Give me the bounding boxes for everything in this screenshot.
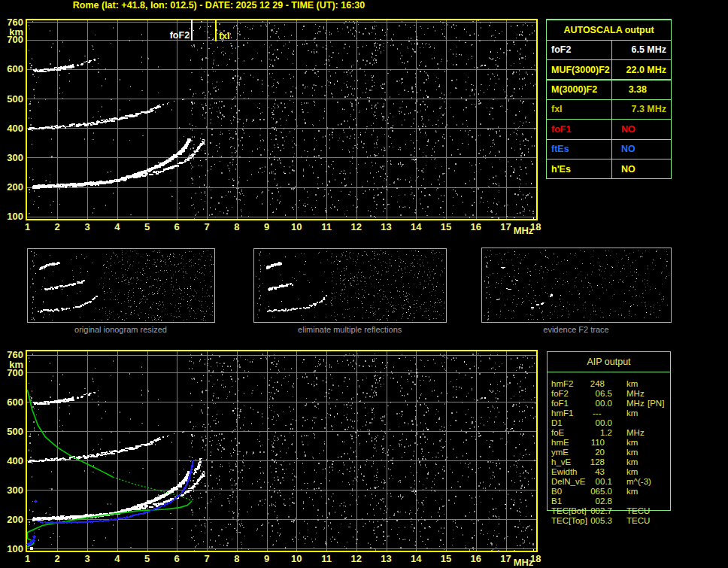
svg-text:km: km	[626, 467, 638, 476]
svg-text:1: 1	[25, 553, 30, 564]
svg-text:100: 100	[7, 211, 23, 222]
svg-text:11: 11	[321, 553, 332, 564]
svg-text:m^(-3): m^(-3)	[626, 477, 651, 486]
svg-text:3.38: 3.38	[629, 84, 647, 95]
svg-text:M(3000)F2: M(3000)F2	[551, 84, 597, 95]
svg-text:8: 8	[234, 221, 239, 232]
svg-text:NO: NO	[621, 124, 635, 135]
svg-text:DelN_vE: DelN_vE	[551, 477, 586, 486]
svg-text:4: 4	[114, 553, 120, 564]
svg-text:12: 12	[351, 553, 362, 564]
svg-text:Ewidth: Ewidth	[551, 467, 578, 476]
svg-text:300: 300	[7, 152, 23, 163]
svg-text:Rome (lat: +41.8, lon: 012.5): Rome (lat: +41.8, lon: 012.5) - DATE: 20…	[73, 0, 365, 11]
svg-text:km: km	[626, 409, 638, 418]
svg-text:14: 14	[411, 221, 422, 232]
svg-text:2: 2	[55, 221, 60, 232]
svg-text:7.3 MHz: 7.3 MHz	[631, 104, 666, 114]
svg-text:22.0 MHz: 22.0 MHz	[626, 65, 667, 75]
svg-text:12: 12	[351, 221, 362, 232]
svg-text:5: 5	[144, 553, 150, 564]
svg-text:02.8: 02.8	[596, 497, 612, 506]
svg-text:110: 110	[591, 438, 605, 447]
svg-text:5: 5	[144, 221, 150, 232]
svg-text:400: 400	[7, 455, 23, 466]
svg-text:600: 600	[7, 63, 23, 74]
svg-text:km: km	[626, 438, 638, 447]
svg-text:00.0: 00.0	[596, 399, 612, 408]
svg-text:15: 15	[441, 553, 451, 564]
svg-text:MHz: MHz	[626, 389, 645, 398]
svg-text:20: 20	[595, 448, 605, 457]
svg-text:---: ---	[593, 409, 602, 418]
svg-text:10: 10	[291, 221, 302, 232]
svg-text:ftEs: ftEs	[551, 144, 569, 154]
svg-text:248: 248	[590, 379, 605, 388]
svg-text:4: 4	[114, 221, 120, 232]
svg-text:MHz: MHz	[626, 428, 645, 437]
svg-text:200: 200	[7, 181, 23, 193]
svg-text:400: 400	[7, 123, 23, 134]
svg-text:13: 13	[381, 553, 391, 564]
svg-text:200: 200	[7, 514, 23, 525]
svg-text:hmF1: hmF1	[551, 409, 573, 418]
svg-text:16: 16	[471, 221, 481, 232]
svg-text:h_vE: h_vE	[551, 457, 572, 466]
svg-text:hmF2: hmF2	[551, 379, 573, 388]
svg-text:MHz: MHz	[514, 557, 534, 568]
svg-text:065.0: 065.0	[590, 487, 612, 496]
svg-text:7: 7	[204, 553, 209, 564]
svg-text:005.3: 005.3	[590, 516, 612, 525]
svg-text:foF2: foF2	[170, 30, 190, 41]
svg-text:fxI: fxI	[219, 31, 230, 41]
svg-text:TEC[Top]: TEC[Top]	[551, 516, 587, 525]
svg-text:128: 128	[590, 457, 605, 466]
svg-text:foF1: foF1	[551, 124, 571, 135]
svg-text:foF2: foF2	[551, 389, 569, 398]
svg-text:6: 6	[174, 221, 180, 232]
svg-text:6.5 MHz: 6.5 MHz	[631, 44, 666, 55]
svg-text:06.5: 06.5	[596, 389, 612, 398]
svg-text:700: 700	[7, 367, 23, 378]
svg-text:100: 100	[7, 543, 23, 554]
svg-text:3: 3	[84, 553, 89, 564]
svg-text:h'Es: h'Es	[551, 164, 571, 175]
svg-text:1.2: 1.2	[600, 428, 612, 437]
svg-text:km: km	[626, 448, 638, 457]
svg-text:AIP output: AIP output	[587, 357, 631, 367]
svg-text:D1: D1	[551, 418, 563, 427]
svg-text:500: 500	[7, 93, 23, 105]
svg-text:17: 17	[500, 553, 511, 564]
svg-text:ymE: ymE	[551, 448, 569, 457]
svg-text:700: 700	[7, 34, 23, 45]
svg-text:km: km	[626, 379, 638, 388]
svg-text:6: 6	[174, 553, 180, 564]
svg-text:NO: NO	[621, 144, 635, 154]
svg-text:NO: NO	[621, 164, 635, 175]
svg-text:300: 300	[7, 484, 23, 496]
svg-text:00.1: 00.1	[596, 477, 612, 486]
svg-text:B0: B0	[551, 487, 562, 496]
svg-text:14: 14	[411, 553, 422, 564]
svg-text:km: km	[626, 487, 638, 496]
svg-text:eliminate multiple reflections: eliminate multiple reflections	[298, 325, 402, 334]
svg-text:8: 8	[234, 553, 239, 564]
svg-text:17: 17	[500, 221, 511, 232]
svg-text:TECU: TECU	[626, 506, 650, 515]
svg-text:km: km	[626, 457, 638, 466]
svg-text:10: 10	[291, 553, 302, 564]
svg-text:evidence F2 trace: evidence F2 trace	[543, 325, 608, 334]
svg-text:43: 43	[595, 467, 605, 476]
svg-text:00.0: 00.0	[596, 418, 612, 427]
svg-text:11: 11	[321, 221, 332, 232]
svg-text:[PN]: [PN]	[648, 399, 664, 408]
svg-text:foE: foE	[551, 428, 565, 437]
svg-text:foF1: foF1	[551, 399, 569, 408]
svg-text:MHz: MHz	[626, 399, 645, 408]
svg-text:1: 1	[25, 221, 30, 232]
svg-text:hmE: hmE	[551, 438, 569, 447]
svg-text:original ionogram resized: original ionogram resized	[74, 325, 167, 334]
svg-text:TECU: TECU	[626, 516, 650, 525]
svg-text:9: 9	[264, 221, 269, 232]
svg-text:600: 600	[7, 396, 23, 408]
